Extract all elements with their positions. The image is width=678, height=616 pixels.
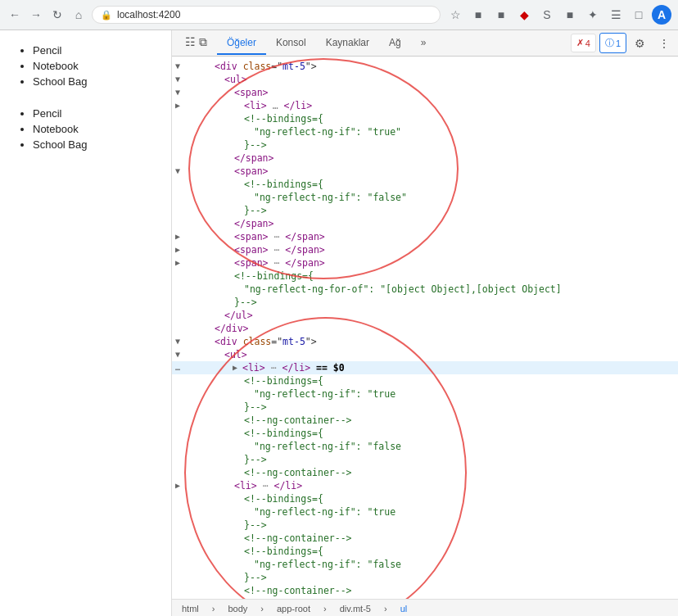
code-line[interactable]: <li> … </li> bbox=[172, 99, 678, 112]
tab-network[interactable]: Ağ bbox=[379, 32, 411, 55]
expand-arrow[interactable] bbox=[175, 99, 185, 112]
status-path-divmt5[interactable]: div.mt-5 bbox=[337, 604, 374, 614]
reload-button[interactable]: ↻ bbox=[49, 7, 66, 23]
extension1-icon[interactable]: ■ bbox=[468, 5, 488, 25]
code-area[interactable]: <div class="mt-5"> <ul> <span> <li> … </… bbox=[172, 57, 678, 599]
code-line[interactable]: <!--ng-container--> bbox=[172, 466, 678, 479]
tab-more[interactable]: » bbox=[411, 32, 436, 55]
code-line-highlighted[interactable]: … <li> ⋯ </li> == $0 bbox=[172, 361, 678, 374]
expand-arrow[interactable] bbox=[175, 73, 185, 86]
code-line[interactable]: <span> ⋯ </span> bbox=[172, 230, 678, 243]
code-line[interactable]: <span> bbox=[172, 165, 678, 178]
expand-arrow[interactable] bbox=[175, 165, 185, 178]
expand-arrow[interactable] bbox=[175, 335, 185, 348]
code-line[interactable]: </div> bbox=[172, 322, 678, 335]
browser-toolbar: ← → ↻ ⌂ 🔒 localhost:4200 ☆ ■ ■ ◆ S ■ ✦ ☰… bbox=[0, 0, 678, 29]
tab-console[interactable]: Konsol bbox=[266, 32, 316, 55]
tab-sources[interactable]: Kaynaklar bbox=[316, 32, 379, 55]
code-line[interactable]: </span> bbox=[172, 217, 678, 230]
extension8-icon[interactable]: □ bbox=[629, 5, 649, 25]
code-line[interactable]: "ng-reflect-ng-for-of": "[object Object]… bbox=[172, 283, 678, 296]
status-path-html[interactable]: html bbox=[179, 604, 202, 614]
code-line[interactable]: <li> ⋯ </li> bbox=[172, 479, 678, 492]
code-line[interactable]: <!--bindings={ bbox=[172, 270, 678, 283]
forward-button[interactable]: → bbox=[28, 7, 44, 23]
settings-icon[interactable]: ⚙ bbox=[630, 34, 650, 53]
code-line[interactable]: }--> bbox=[172, 204, 678, 217]
code-line[interactable]: <!--ng-container--> bbox=[172, 584, 678, 597]
code-line[interactable]: <div class="mt-5"> bbox=[172, 335, 678, 348]
code-line[interactable]: <ul> bbox=[172, 348, 678, 361]
warning-badge: ⓘ 1 bbox=[599, 33, 626, 53]
extension7-icon[interactable]: ☰ bbox=[606, 5, 626, 25]
extension6-icon[interactable]: ✦ bbox=[583, 5, 603, 25]
main-container: Pencil Notebook School Bag Pencil Notebo… bbox=[0, 30, 678, 616]
expand-arrow[interactable] bbox=[175, 597, 185, 599]
code-line[interactable]: }--> bbox=[172, 571, 678, 584]
account-icon[interactable]: A bbox=[652, 5, 671, 25]
code-line[interactable]: }--> bbox=[172, 138, 678, 152]
url-text: localhost:4200 bbox=[117, 9, 180, 20]
code-line[interactable]: <div class="mt-5"> bbox=[172, 60, 678, 73]
star-icon[interactable]: ☆ bbox=[445, 5, 465, 25]
extension2-icon[interactable]: ■ bbox=[491, 5, 511, 25]
item-list-1: Pencil Notebook School Bag bbox=[16, 43, 155, 89]
list-item: Notebook bbox=[33, 121, 155, 137]
code-line[interactable]: <!--bindings={ bbox=[172, 178, 678, 191]
expand-arrow[interactable]: … bbox=[175, 361, 185, 374]
code-line[interactable]: <!--bindings={ bbox=[172, 374, 678, 387]
expand-arrow[interactable] bbox=[175, 86, 185, 99]
address-bar[interactable]: 🔒 localhost:4200 bbox=[92, 6, 441, 24]
status-path-div[interactable]: app-root bbox=[273, 604, 314, 614]
expand-arrow[interactable] bbox=[175, 256, 185, 270]
extension3-icon[interactable]: ◆ bbox=[514, 5, 534, 25]
code-line[interactable]: <!--bindings={ bbox=[172, 492, 678, 505]
back-button[interactable]: ← bbox=[7, 7, 23, 23]
expand-arrow[interactable] bbox=[175, 243, 185, 256]
expand-arrow[interactable] bbox=[175, 479, 185, 492]
code-line[interactable]: <!--bindings={ bbox=[172, 427, 678, 440]
code-line[interactable]: "ng-reflect-ng-if": "false" bbox=[172, 191, 678, 204]
code-line[interactable]: </ul> bbox=[172, 309, 678, 322]
code-line[interactable]: "ng-reflect-ng-if": "true" bbox=[172, 125, 678, 138]
extension4-icon[interactable]: S bbox=[537, 5, 557, 25]
expand-arrow[interactable] bbox=[175, 60, 185, 73]
code-line[interactable]: <ul> bbox=[172, 73, 678, 86]
status-path-body[interactable]: body bbox=[224, 604, 251, 614]
expand-arrow[interactable] bbox=[233, 361, 242, 374]
selected-indicator: == $0 bbox=[310, 361, 345, 374]
code-line[interactable]: "ng-reflect-ng-if": "true bbox=[172, 387, 678, 401]
code-line[interactable]: <!--ng-container--> bbox=[172, 532, 678, 545]
code-line[interactable]: "ng-reflect-ng-if": "true bbox=[172, 505, 678, 519]
tab-elements-icon[interactable]: ☷ ⧉ bbox=[175, 30, 217, 56]
code-line[interactable]: </span> bbox=[172, 152, 678, 165]
tab-elements[interactable]: Öğeler bbox=[217, 32, 266, 55]
expand-arrow[interactable] bbox=[175, 230, 185, 243]
code-line[interactable]: }--> bbox=[172, 453, 678, 466]
toolbar-icons: ☆ ■ ■ ◆ S ■ ✦ ☰ □ A bbox=[445, 5, 671, 25]
code-line[interactable]: }--> bbox=[172, 519, 678, 532]
code-line[interactable]: }--> bbox=[172, 401, 678, 414]
code-line[interactable]: <li> ⋯ </li> bbox=[172, 597, 678, 599]
item-list-2: Pencil Notebook School Bag bbox=[16, 106, 155, 152]
home-button[interactable]: ⌂ bbox=[70, 7, 87, 23]
list-item: School Bag bbox=[33, 74, 155, 89]
code-line[interactable]: <!--bindings={ bbox=[172, 112, 678, 125]
expand-arrow[interactable] bbox=[175, 348, 185, 361]
tag-open: <div bbox=[215, 60, 243, 73]
more-options-icon[interactable]: ⋮ bbox=[653, 34, 675, 53]
code-line[interactable]: <!--ng-container--> bbox=[172, 414, 678, 427]
code-line[interactable]: <span> bbox=[172, 86, 678, 99]
browser-chrome: ← → ↻ ⌂ 🔒 localhost:4200 ☆ ■ ■ ◆ S ■ ✦ ☰… bbox=[0, 0, 678, 30]
devtools-tabs: ☷ ⧉ Öğeler Konsol Kaynaklar Ağ » ✗ 4 ⓘ 1… bbox=[172, 30, 678, 57]
list-item: Notebook bbox=[33, 58, 155, 74]
devtools-tab-icons: ✗ 4 ⓘ 1 ⚙ ⋮ bbox=[571, 33, 675, 53]
code-line[interactable]: "ng-reflect-ng-if": "false bbox=[172, 558, 678, 571]
code-line[interactable]: "ng-reflect-ng-if": "false bbox=[172, 440, 678, 453]
code-line[interactable]: <span> ⋯ </span> bbox=[172, 256, 678, 270]
code-line[interactable]: <span> ⋯ </span> bbox=[172, 243, 678, 256]
code-line[interactable]: }--> bbox=[172, 296, 678, 309]
code-line[interactable]: <!--bindings={ bbox=[172, 545, 678, 558]
extension5-icon[interactable]: ■ bbox=[560, 5, 580, 25]
status-path-ul[interactable]: ul bbox=[397, 604, 411, 614]
